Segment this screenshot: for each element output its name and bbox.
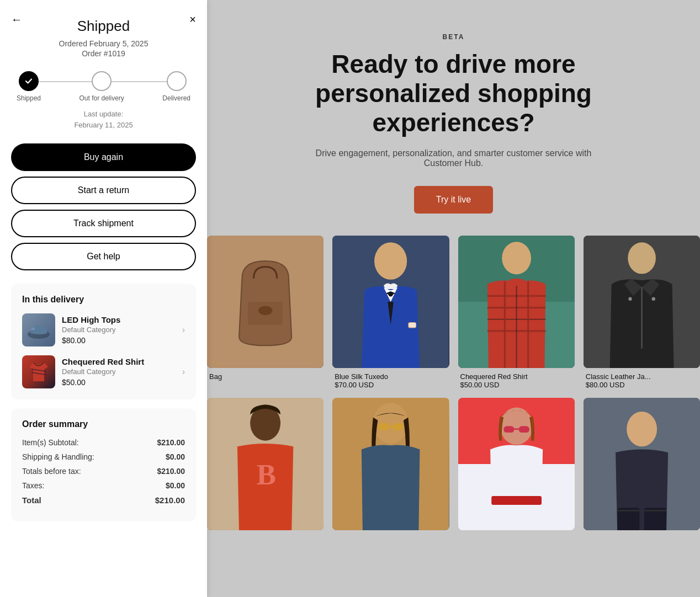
total-label: Total [22,495,41,505]
item-thumb-shoes [22,313,55,347]
svg-rect-32 [392,423,404,430]
row2-img-3 [458,398,575,530]
svg-point-22 [628,242,656,274]
svg-point-5 [258,306,272,315]
step-out-for-delivery: Out for delivery [79,71,124,102]
step-delivered: Delivered [162,71,190,102]
order-summary-section: Order summary Item(s) Subtotal: $210.00 … [11,408,196,521]
item-name-1: Chequered Red Shirt [62,357,176,366]
svg-rect-40 [491,496,542,505]
shipping-value: $0.00 [166,452,185,461]
summary-row-before-tax: Totals before tax: $210.00 [22,467,185,476]
product-card-bag[interactable]: Bag [207,236,324,393]
step-shipped: Shipped [17,71,41,102]
close-button[interactable]: × [189,13,196,26]
shirt-icon [25,358,52,386]
shipping-tracker: Shipped Out for delivery Delivered Last … [0,58,207,139]
step-label-shipped: Shipped [17,94,41,102]
hero-subtitle: Drive engagement, personalization, and s… [310,148,597,168]
row2-img-4 [584,398,700,530]
summary-row-subtotal: Item(s) Subtotal: $210.00 [22,438,185,447]
before-tax-label: Totals before tax: [22,467,81,476]
item-category-0: Default Category [62,326,176,334]
product-name-red-shirt: Chequered Red Shirt [460,372,572,381]
hero-title: Ready to drive more personalized shoppin… [277,50,630,137]
product-card-row2-1[interactable]: B [207,398,324,548]
item-name-0: LED High Tops [62,315,176,324]
product-name-leather-jacket: Classic Leather Ja... [586,372,698,381]
svg-rect-10 [409,323,416,327]
red-shirt-image [458,236,575,368]
product-info-leather-jacket: Classic Leather Ja... $80.00 USD [584,368,700,393]
total-value: $210.00 [155,495,185,505]
product-name-bag: Bag [209,372,321,381]
tuxedo-image [332,236,449,368]
product-info-bag: Bag [207,368,324,385]
svg-point-7 [374,242,407,280]
leather-jacket-image [584,236,700,368]
svg-point-13 [502,242,531,274]
hero-section: BETA Ready to drive more personalized sh… [207,0,700,236]
svg-point-42 [627,412,657,446]
step-circle-out-for-delivery [92,71,112,91]
checkmark-icon [24,77,33,86]
step-label-delivered: Delivered [162,94,190,102]
step-label-out-for-delivery: Out for delivery [79,94,124,102]
svg-point-8 [389,292,393,296]
item-price-1: $50.00 [62,378,176,387]
right-panel: BETA Ready to drive more personalized sh… [207,0,700,597]
summary-row-total: Total $210.00 [22,495,185,505]
track-shipment-button[interactable]: Track shipment [11,210,196,237]
item-category-1: Default Category [62,367,176,376]
product-card-row2-2[interactable] [332,398,449,548]
product-card-row2-4[interactable] [584,398,700,548]
summary-row-taxes: Taxes: $0.00 [22,481,185,490]
row2-img-2 [332,398,449,530]
delivery-item-0[interactable]: LED High Tops Default Category $80.00 › [22,313,185,347]
product-price-leather-jacket: $80.00 USD [586,381,698,389]
product-price-tuxedo: $70.00 USD [335,381,447,389]
svg-point-30 [373,403,408,444]
order-summary-title: Order summary [22,419,185,429]
before-tax-value: $210.00 [157,467,185,476]
left-panel: ← × Shipped Ordered February 5, 2025 Ord… [0,0,207,597]
step-circle-delivered [167,71,187,91]
svg-point-25 [651,297,655,300]
buy-again-button[interactable]: Buy again [11,143,196,171]
taxes-value: $0.00 [166,481,185,490]
beta-badge: BETA [443,33,465,41]
product-info-red-shirt: Chequered Red Shirt $50.00 USD [458,368,575,393]
taxes-label: Taxes: [22,481,44,490]
product-name-tuxedo: Blue Silk Tuxedo [335,372,447,381]
item-info-1: Chequered Red Shirt Default Category $50… [62,357,176,387]
delivery-item-1[interactable]: Chequered Red Shirt Default Category $50… [22,355,185,388]
tracker-steps: Shipped Out for delivery Delivered [17,71,190,102]
step-circle-shipped [19,71,39,91]
shipping-label: Shipping & Handling: [22,452,94,461]
shoes-icon [25,319,52,341]
start-return-button[interactable]: Start a return [11,177,196,204]
svg-rect-31 [378,423,390,430]
get-help-button[interactable]: Get help [11,243,196,270]
delivery-title: In this delivery [22,295,185,305]
delivery-section: In this delivery LED High Tops Default C… [11,284,196,399]
panel-header: ← × Shipped Ordered February 5, 2025 Ord… [0,0,207,58]
back-button[interactable]: ← [11,13,22,26]
svg-rect-38 [518,426,529,433]
row2-img-1: B [207,398,324,530]
product-card-leather-jacket[interactable]: Classic Leather Ja... $80.00 USD [584,236,700,393]
product-card-row2-3[interactable] [458,398,575,548]
order-number: Order #1019 [11,49,196,58]
item-price-0: $80.00 [62,336,176,345]
svg-point-24 [628,297,632,300]
product-card-tuxedo[interactable]: Blue Silk Tuxedo $70.00 USD [332,236,449,393]
product-info-tuxedo: Blue Silk Tuxedo $70.00 USD [332,368,449,393]
product-price-red-shirt: $50.00 USD [460,381,572,389]
try-it-live-button[interactable]: Try it live [414,186,493,214]
product-card-red-shirt[interactable]: Chequered Red Shirt $50.00 USD [458,236,575,393]
action-buttons: Buy again Start a return Track shipment … [0,139,207,275]
order-date: Ordered February 5, 2025 [11,39,196,48]
last-update: Last update: February 11, 2025 [74,102,132,135]
bag-image [207,236,324,368]
svg-rect-37 [503,426,514,433]
